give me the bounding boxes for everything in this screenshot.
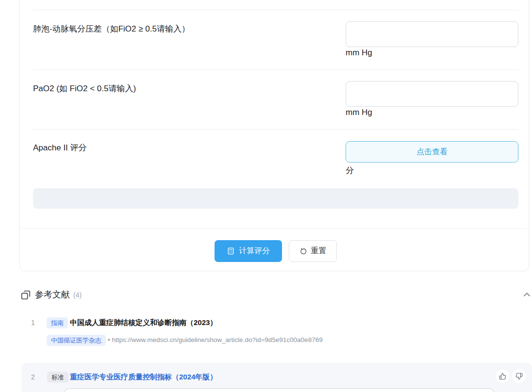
reference-type-badge: 标准 [47,372,68,383]
result-placeholder-strip [33,188,518,209]
field-label-apache2: Apache II 评分 [33,142,87,153]
divider [20,228,529,229]
divider [33,129,518,130]
divider [33,10,518,10]
reset-icon [299,247,307,255]
references-section-title: 参考文献(4) [35,289,82,300]
field-label-pao2: PaO2 (如 FiO2 < 0.5请输入) [33,83,136,94]
reference-index: 1 [31,319,35,327]
reset-button-label: 重置 [311,246,327,256]
apache2-view-button[interactable]: 点击查看 [346,141,518,163]
reset-button[interactable]: 重置 [289,240,337,262]
thumbs-up-icon [499,373,506,380]
reference-preview-card-top [63,388,495,392]
bullet: • [108,336,110,343]
thumbs-down-icon [515,373,523,380]
reference-title[interactable]: 中国成人重症肺结核定义和诊断指南（2023） [70,318,217,327]
reference-title-link[interactable]: 重症医学专业医疗质量控制指标（2024年版） [70,373,217,382]
view-button-label: 点击查看 [416,147,448,157]
collapse-references-button[interactable] [522,290,532,299]
dislike-button[interactable] [512,369,526,383]
calculate-button[interactable]: 计算评分 [215,240,282,262]
reference-type-badge: 指南 [47,317,68,328]
like-button[interactable] [496,369,509,383]
reference-index: 2 [31,373,35,381]
divider [33,69,518,70]
page: 肺泡-动脉氧分压差（如FiO2 ≥ 0.5请输入） mm Hg PaO2 (如 … [0,0,532,392]
references-icon [20,290,31,300]
references-count: (4) [73,291,82,299]
pao2-input[interactable] [346,81,518,107]
calculate-button-label: 计算评分 [239,246,270,256]
reference-url[interactable]: https://www.medsci.cn/guideline/show_art… [112,336,323,343]
references-title-text: 参考文献 [35,290,70,299]
aado2-input[interactable] [346,21,518,47]
reference-url-line: • https://www.medsci.cn/guideline/show_a… [108,336,323,343]
calculator-icon [227,247,235,255]
unit-label: mm Hg [346,108,372,117]
unit-label: 分 [346,165,354,176]
field-label-aado2: 肺泡-动脉氧分压差（如FiO2 ≥ 0.5请输入） [33,23,190,34]
chevron-up-icon [522,290,532,299]
reference-source-badge: 中国循证医学杂志 [47,335,106,346]
unit-label: mm Hg [346,48,372,58]
